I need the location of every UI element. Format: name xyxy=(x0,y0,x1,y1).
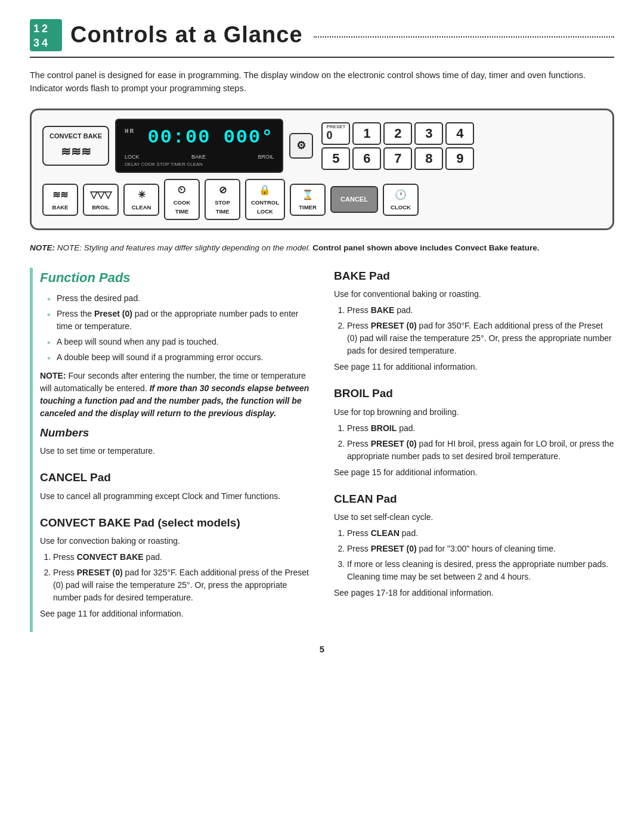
control-panel-diagram: CONVECT BAKE ≋≋≋ HR 00:00 000° LOCK BAKE… xyxy=(30,109,614,230)
hr-label: HR xyxy=(125,128,135,135)
note-emphasis: NOTE: NOTE: Styling and features may dif… xyxy=(30,243,311,252)
cook-time-button[interactable]: ⏲ COOKTIME xyxy=(164,179,200,220)
bake-pad-button[interactable]: ≋≋ BAKE xyxy=(42,184,78,216)
page-title: Controls at a Glance xyxy=(70,18,303,52)
convect-bake-button[interactable]: CONVECT BAKE ≋≋≋ xyxy=(42,126,109,166)
bullet-1: • Press the desired pad. xyxy=(57,292,310,305)
cancel-pad-section: CANCEL Pad Use to cancel all programming… xyxy=(33,469,310,503)
clean-pad-title: CLEAN Pad xyxy=(334,491,614,508)
bake-icon-button[interactable]: ⚙ xyxy=(289,133,313,159)
panel-bottom-row: ≋≋ BAKE ▽▽▽ BROIL ✳ CLEAN ⏲ COOKTIME ⊘ S… xyxy=(42,179,602,220)
note-text: NOTE: NOTE: Styling and features may dif… xyxy=(30,242,614,255)
clean-pad-section: CLEAN Pad Use to set self-clean cycle. P… xyxy=(334,491,614,600)
convect-bake-see-page: See page 11 for additional information. xyxy=(40,608,310,620)
numpad-3[interactable]: 3 xyxy=(414,122,443,145)
cancel-button[interactable]: CANCEL xyxy=(330,186,378,213)
bullet-2: • Press the Preset (0) pad or the approp… xyxy=(57,308,310,333)
svg-text:4: 4 xyxy=(42,37,48,49)
clean-step-3: If more or less cleaning is desired, pre… xyxy=(347,558,614,583)
display-labels: LOCK BAKE BROIL xyxy=(125,153,274,162)
numpad-0-preset[interactable]: PRESET0 xyxy=(321,122,350,145)
clean-step-2: Press PRESET (0) pad for "3:00" hours of… xyxy=(347,543,614,555)
clean-step-1: Press CLEAN pad. xyxy=(347,527,614,540)
stop-time-button[interactable]: ⊘ STOPTIME xyxy=(205,179,240,220)
function-pads-note: NOTE: Four seconds after entering the nu… xyxy=(40,370,310,420)
broil-icon: ▽▽▽ xyxy=(89,188,113,202)
convect-bake-step-1: Press CONVECT BAKE pad. xyxy=(53,551,310,563)
stop-time-icon: ⊘ xyxy=(210,183,234,197)
display-sublabels: DELAY COOK STOP TIMER CLEAN xyxy=(125,161,274,168)
broil-pad-section: BROIL Pad Use for top browning and broil… xyxy=(334,385,614,479)
svg-text:1: 1 xyxy=(33,23,39,35)
clock-label: CLOCK xyxy=(391,204,411,210)
fan-icon: ⚙ xyxy=(296,138,306,154)
bake-step-1: Press BAKE pad. xyxy=(347,304,614,317)
bake-see-page: See page 11 for additional information. xyxy=(334,361,614,373)
clean-pad-button[interactable]: ✳ CLEAN xyxy=(123,184,159,216)
svg-text:2: 2 xyxy=(42,23,48,35)
numpad-5[interactable]: 5 xyxy=(321,147,350,170)
bake-pad-section: BAKE Pad Use for conventional baking or … xyxy=(334,268,614,374)
broil-see-page: See page 15 for additional information. xyxy=(334,466,614,479)
bake-label: BAKE xyxy=(52,204,69,210)
convect-bake-pad-body: Use for convection baking or roasting. xyxy=(40,535,310,547)
oven-display: HR 00:00 000° LOCK BAKE BROIL DELAY COOK… xyxy=(115,119,283,174)
cancel-pad-title: CANCEL Pad xyxy=(40,469,310,487)
convect-bake-pad-steps: Press CONVECT BAKE pad. Press PRESET (0)… xyxy=(40,551,310,604)
numbers-section: Numbers Use to set time or temperature. xyxy=(33,425,310,458)
timer-icon: ⌛ xyxy=(296,188,320,202)
clock-icon: 🕐 xyxy=(389,188,413,202)
clock-button[interactable]: 🕐 CLOCK xyxy=(383,184,419,216)
cook-time-icon: ⏲ xyxy=(170,183,194,197)
bake-pad-steps: Press BAKE pad. Press PRESET (0) pad for… xyxy=(334,304,614,357)
function-pads-title: Function Pads xyxy=(40,268,310,287)
two-column-content: Function Pads • Press the desired pad. •… xyxy=(30,268,614,633)
convect-bake-step-2: Press PRESET (0) pad for 325°F. Each add… xyxy=(53,566,310,604)
broil-pad-button[interactable]: ▽▽▽ BROIL xyxy=(83,184,119,216)
clean-pad-steps: Press CLEAN pad. Press PRESET (0) pad fo… xyxy=(334,527,614,583)
intro-text: The control panel is designed for ease i… xyxy=(30,69,614,95)
broil-pad-body: Use for top browning and broiling. xyxy=(334,406,614,419)
number-pad: PRESET0 1 2 3 4 5 6 7 8 9 xyxy=(321,122,474,170)
numpad-9[interactable]: 9 xyxy=(445,147,474,170)
broil-step-1: Press BROIL pad. xyxy=(347,422,614,435)
broil-pad-title: BROIL Pad xyxy=(334,385,614,402)
heat-waves-icon: ≋≋≋ xyxy=(49,143,102,160)
function-pads-bullets: • Press the desired pad. • Press the Pre… xyxy=(40,292,310,364)
clean-label: CLEAN xyxy=(132,204,151,210)
broil-indicator: BROIL xyxy=(258,153,274,162)
broil-step-2: Press PRESET (0) pad for HI broil, press… xyxy=(347,438,614,463)
bullet-4: • A double beep will sound if a programm… xyxy=(57,351,310,364)
control-lock-button[interactable]: 🔒 CONTROLLOCK xyxy=(245,179,285,220)
cancel-label: CANCEL xyxy=(340,196,368,203)
clean-pad-body: Use to set self-clean cycle. xyxy=(334,511,614,524)
cook-time-label: COOKTIME xyxy=(174,199,191,214)
bake-indicator: BAKE xyxy=(191,153,206,162)
timer-button[interactable]: ⌛ TIMER xyxy=(290,184,326,216)
bake-pad-body: Use for conventional baking or roasting. xyxy=(334,288,614,301)
clean-icon: ✳ xyxy=(129,188,153,202)
numpad-2[interactable]: 2 xyxy=(383,122,412,145)
clean-see-pages: See pages 17-18 for additional informati… xyxy=(334,587,614,599)
broil-label: BROIL xyxy=(92,204,110,210)
lock-label: LOCK xyxy=(125,153,140,162)
1234-icon: 1 2 3 4 xyxy=(30,19,62,51)
convect-bake-pad-section: CONVECT BAKE Pad (select models) Use for… xyxy=(33,515,310,621)
numpad-6[interactable]: 6 xyxy=(352,147,381,170)
numpad-4[interactable]: 4 xyxy=(445,122,474,145)
numbers-title: Numbers xyxy=(40,425,310,442)
numbers-body: Use to set time or temperature. xyxy=(40,445,310,457)
numpad-1[interactable]: 1 xyxy=(352,122,381,145)
function-pads-section: Function Pads • Press the desired pad. •… xyxy=(33,268,310,420)
numpad-7[interactable]: 7 xyxy=(383,147,412,170)
page-number: 5 xyxy=(30,643,614,657)
stop-time-label: STOPTIME xyxy=(215,199,230,214)
bake-icon: ≋≋ xyxy=(48,188,72,202)
svg-text:3: 3 xyxy=(33,37,39,49)
panel-top-row: CONVECT BAKE ≋≋≋ HR 00:00 000° LOCK BAKE… xyxy=(42,119,602,174)
display-time: HR 00:00 000° xyxy=(125,123,274,152)
bullet-3: • A beep will sound when any pad is touc… xyxy=(57,336,310,348)
numpad-8[interactable]: 8 xyxy=(414,147,443,170)
convect-bake-label: CONVECT BAKE xyxy=(49,132,102,140)
left-column: Function Pads • Press the desired pad. •… xyxy=(30,268,310,633)
